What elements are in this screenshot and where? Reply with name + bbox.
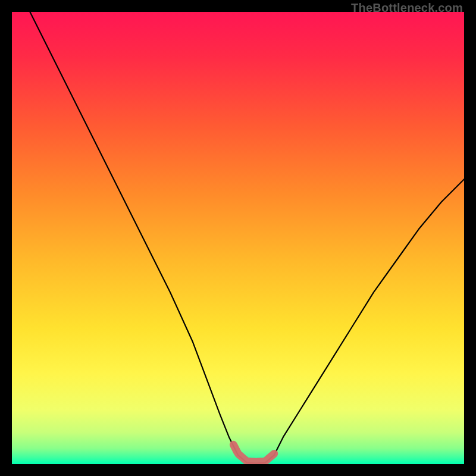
- outer-frame: TheBottleneck.com: [0, 0, 476, 476]
- bottleneck-curve: [30, 12, 464, 463]
- watermark-text: TheBottleneck.com: [351, 1, 463, 15]
- optimal-zone-marker: [233, 444, 274, 462]
- plot-area: [12, 12, 464, 464]
- curve-layer: [12, 12, 464, 464]
